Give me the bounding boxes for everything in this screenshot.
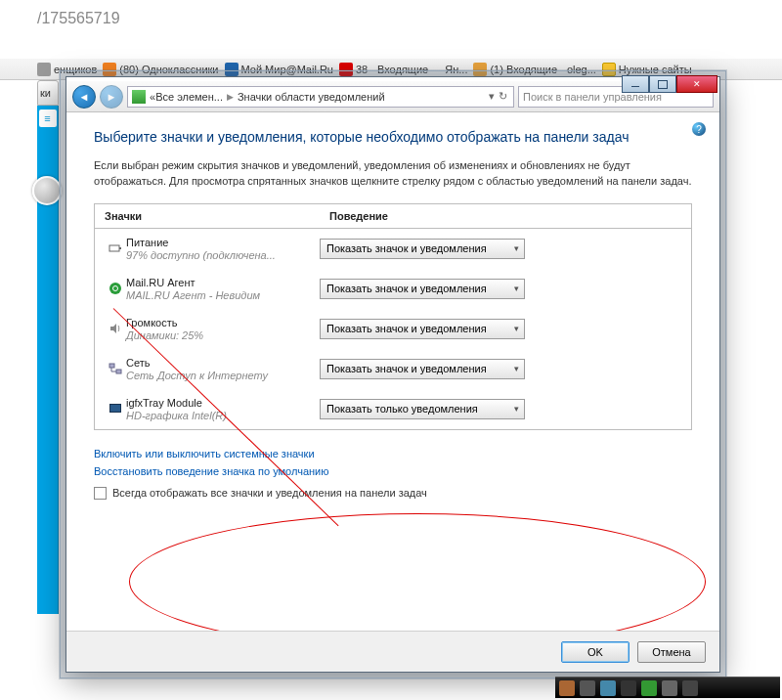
behavior-select[interactable]: Показать значок и уведомления [320,359,525,379]
minimize-button[interactable] [622,75,649,93]
page-heading: Выберите значки и уведомления, которые н… [94,128,692,147]
icon-row: Питание97% доступно (подключена... Показ… [95,229,691,269]
row-title: igfxTray Module [126,397,320,409]
row-subtitle: Сеть Доступ к Интернету [126,370,320,381]
tray-icon[interactable] [600,680,616,696]
close-button[interactable]: ✕ [676,75,717,93]
svg-rect-1 [119,247,121,249]
browser-tab-fragment[interactable]: ки [37,80,59,106]
cancel-button[interactable]: Отмена [637,641,706,663]
tray-icon[interactable] [580,680,595,696]
icon-row: СетьСеть Доступ к Интернету Показать зна… [95,349,691,389]
tray-icon[interactable] [559,680,575,696]
behavior-select[interactable]: Показать только уведомления [320,399,525,419]
url-fragment: /175565719 [37,10,120,27]
control-panel-window: ✕ ◄ ► « Все элемен... ▶ Значки области у… [65,76,720,673]
breadcrumb[interactable]: Значки области уведомлений [238,91,385,103]
row-subtitle: HD-графика Intel(R) [126,410,320,421]
window-controls: ✕ [622,75,717,93]
svg-rect-0 [109,245,119,251]
bookmark-label: (1) Входящие - oleg... [490,64,595,75]
col-behavior-label: Поведение [320,204,691,228]
behavior-select[interactable]: Показать значок и уведомления [320,319,525,339]
intel-graphics-icon [105,401,126,416]
tray-icon[interactable] [621,680,636,696]
bookmark-label: енщиков [54,64,97,75]
sidebar-icon: ≡ [39,109,57,127]
window-content: ? Выберите значки и уведомления, которые… [66,112,719,511]
address-dropdown-icon[interactable]: ▾ [489,90,495,103]
back-button[interactable]: ◄ [72,85,96,109]
row-subtitle: MAIL.RU Агент - Невидим [126,289,320,301]
col-icons-label: Значки [95,204,320,228]
maximize-button[interactable] [649,75,676,93]
tray-icon[interactable] [641,680,657,696]
panel-header: Значки Поведение [95,204,691,229]
bookmark-label: (80) Одноклассники [119,64,218,75]
always-show-row: Всегда отображать все значки и уведомлен… [94,487,692,500]
ok-button[interactable]: OK [561,641,630,663]
row-title: Громкость [126,317,320,328]
row-title: Питание [126,237,320,248]
bookmark-item[interactable]: Мой Мир@Mail.Ru [225,63,333,76]
control-panel-icon [132,90,146,104]
svg-rect-4 [109,364,114,368]
address-bar[interactable]: « Все элемен... ▶ Значки области уведомл… [127,86,514,108]
refresh-icon[interactable]: ↻ [499,90,507,103]
icon-row: igfxTray ModuleHD-графика Intel(R) Показ… [95,389,691,429]
breadcrumb[interactable]: Все элемен... [155,91,223,103]
row-subtitle: Динамики: 25% [126,329,320,341]
behavior-select[interactable]: Показать значок и уведомления [320,279,525,299]
bookmark-item[interactable]: (1) Входящие - oleg... [473,63,595,76]
forward-button[interactable]: ► [100,85,123,109]
checkbox-label: Всегда отображать все значки и уведомлен… [112,487,427,499]
volume-icon [105,321,126,336]
bookmark-item[interactable]: 38 - Входящие — Ян... [339,63,467,76]
tray-icon[interactable] [662,680,677,696]
bookmark-label: Нужные сайты [619,64,692,75]
bookmark-item[interactable]: (80) Одноклассники [103,63,218,76]
bookmark-label: Мой Мир@Mail.Ru [241,64,333,75]
row-subtitle: 97% доступно (подключена... [126,249,320,261]
restore-defaults-link[interactable]: Восстановить поведение значка по умолчан… [94,465,692,477]
icon-row: ГромкостьДинамики: 25% Показать значок и… [95,309,691,349]
svg-point-2 [109,283,121,294]
tray-icon[interactable] [682,680,698,696]
page-description: Если выбран режим скрытия значков и увед… [94,158,692,190]
behavior-select[interactable]: Показать значок и уведомления [320,239,525,259]
svg-rect-7 [110,405,120,412]
row-title: Mail.RU Агент [126,277,320,288]
taskbar-fragment [555,677,780,698]
bookmark-label: 38 - Входящие — Ян... [356,64,467,75]
mailru-icon [105,281,126,296]
row-title: Сеть [126,357,320,369]
icons-panel: Значки Поведение Питание97% доступно (по… [94,203,692,430]
icon-row: Mail.RU АгентMAIL.RU Агент - Невидим Пок… [95,269,691,309]
button-row: OK Отмена [66,631,719,672]
network-icon [105,361,126,376]
help-icon[interactable]: ? [692,122,706,136]
battery-icon [105,241,126,256]
always-show-checkbox[interactable] [94,487,107,500]
toggle-system-icons-link[interactable]: Включить или выключить системные значки [94,448,692,459]
annotation-ellipse [129,513,706,650]
bookmark-item[interactable]: енщиков [37,63,97,76]
svg-rect-5 [116,370,121,373]
bookmark-item[interactable]: Нужные сайты [602,63,692,76]
avatar-fragment [37,176,66,215]
chevron-right-icon[interactable]: ▶ [227,92,234,102]
